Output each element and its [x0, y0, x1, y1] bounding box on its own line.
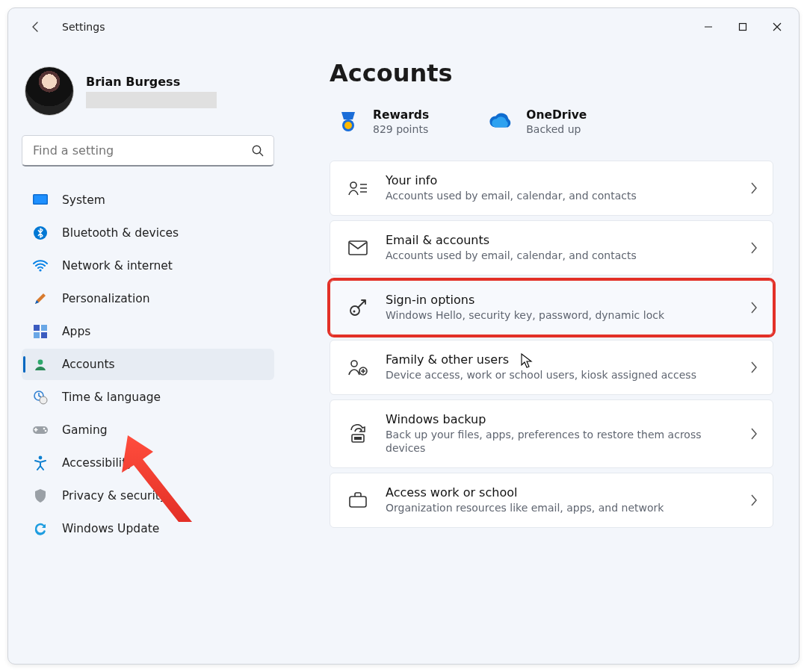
- sidebar: Brian Burgess System Bluetooth & devices: [8, 46, 285, 664]
- sidebar-item-label: Bluetooth & devices: [62, 226, 179, 240]
- card-title: Windows backup: [386, 412, 714, 426]
- back-button[interactable]: [23, 14, 49, 40]
- svg-point-16: [39, 456, 43, 460]
- card-windows-backup[interactable]: Windows backup Back up your files, apps,…: [330, 399, 773, 469]
- system-icon: [32, 192, 49, 208]
- nav-list: System Bluetooth & devices Network & int…: [22, 184, 274, 544]
- card-your-info[interactable]: Your info Accounts used by email, calend…: [330, 161, 773, 216]
- paintbrush-icon: [32, 290, 49, 307]
- sidebar-item-network[interactable]: Network & internet: [22, 250, 274, 281]
- globe-clock-icon: [32, 389, 49, 405]
- card-title: Family & other users: [386, 352, 696, 367]
- rewards-sub: 829 points: [373, 123, 429, 135]
- briefcase-icon: [347, 489, 369, 511]
- window-controls: [691, 12, 794, 42]
- sidebar-item-system[interactable]: System: [22, 184, 274, 216]
- user-name: Brian Burgess: [86, 75, 217, 89]
- chevron-right-icon: [750, 182, 758, 194]
- apps-icon: [32, 323, 49, 340]
- sidebar-item-label: Accessibility: [62, 456, 133, 470]
- chevron-right-icon: [750, 302, 758, 314]
- sidebar-item-gaming[interactable]: Gaming: [22, 414, 274, 446]
- backup-icon: [347, 423, 369, 445]
- page-title: Accounts: [330, 59, 773, 87]
- onedrive-icon: [489, 109, 514, 134]
- card-sign-in-options[interactable]: Sign-in options Windows Hello, security …: [330, 280, 773, 335]
- svg-point-23: [351, 361, 357, 367]
- card-sub: Back up your files, apps, preferences to…: [386, 428, 714, 456]
- your-info-icon: [347, 177, 369, 199]
- sidebar-item-label: Windows Update: [62, 522, 159, 535]
- search-box[interactable]: [22, 135, 274, 167]
- sidebar-item-label: Personalization: [62, 292, 150, 305]
- sidebar-item-windows-update[interactable]: Windows Update: [22, 513, 274, 544]
- svg-point-14: [43, 428, 46, 430]
- rewards-card[interactable]: Rewards 829 points: [336, 108, 429, 135]
- chevron-right-icon: [750, 361, 758, 373]
- sidebar-item-accounts[interactable]: Accounts: [22, 349, 274, 380]
- sidebar-item-label: Time & language: [62, 391, 161, 404]
- svg-point-10: [38, 360, 43, 365]
- card-sub: Device access, work or school users, kio…: [386, 368, 696, 382]
- user-email-redacted: [86, 92, 217, 108]
- card-title: Your info: [386, 173, 637, 187]
- maximize-button[interactable]: [726, 12, 760, 42]
- chevron-right-icon: [750, 494, 758, 506]
- onedrive-title: OneDrive: [526, 108, 587, 122]
- onedrive-card[interactable]: OneDrive Backed up: [489, 108, 587, 135]
- svg-rect-20: [349, 241, 367, 255]
- sidebar-item-label: Apps: [62, 325, 90, 338]
- avatar: [25, 66, 74, 116]
- svg-rect-9: [41, 332, 47, 338]
- key-icon: [347, 296, 369, 319]
- rewards-title: Rewards: [373, 108, 429, 122]
- svg-point-19: [350, 182, 356, 188]
- accessibility-icon: [32, 455, 49, 471]
- search-input[interactable]: [31, 143, 251, 158]
- svg-rect-7: [41, 325, 47, 331]
- user-card[interactable]: Brian Burgess: [25, 66, 274, 116]
- card-sub: Accounts used by email, calendar, and co…: [386, 249, 637, 263]
- sidebar-item-bluetooth[interactable]: Bluetooth & devices: [22, 217, 274, 249]
- card-sub: Accounts used by email, calendar, and co…: [386, 189, 637, 203]
- svg-point-12: [40, 396, 47, 404]
- rewards-icon: [336, 109, 361, 134]
- bluetooth-icon: [32, 225, 49, 241]
- sidebar-item-privacy[interactable]: Privacy & security: [22, 480, 274, 511]
- main-panel: Accounts Rewards 829 points: [285, 46, 799, 664]
- card-work-school[interactable]: Access work or school Organization resou…: [330, 473, 773, 528]
- svg-point-15: [45, 430, 47, 432]
- svg-rect-3: [34, 196, 47, 204]
- settings-cards: Your info Accounts used by email, calend…: [330, 161, 773, 528]
- svg-point-5: [39, 269, 41, 271]
- sidebar-item-label: Network & internet: [62, 259, 173, 273]
- close-button[interactable]: [760, 12, 794, 42]
- svg-point-22: [353, 310, 356, 312]
- card-sub: Windows Hello, security key, password, d…: [386, 308, 664, 323]
- search-icon: [251, 144, 265, 158]
- window-title: Settings: [62, 21, 105, 33]
- card-title: Access work or school: [386, 485, 664, 500]
- chevron-right-icon: [750, 242, 758, 254]
- svg-point-18: [344, 122, 352, 129]
- family-icon: [347, 356, 369, 379]
- sidebar-item-accessibility[interactable]: Accessibility: [22, 447, 274, 479]
- sidebar-item-personalization[interactable]: Personalization: [22, 283, 274, 314]
- card-title: Email & accounts: [386, 233, 637, 247]
- update-icon: [32, 520, 49, 537]
- card-email-accounts[interactable]: Email & accounts Accounts used by email,…: [330, 220, 773, 276]
- gamepad-icon: [32, 422, 49, 438]
- card-sub: Organization resources like email, apps,…: [386, 501, 664, 515]
- onedrive-sub: Backed up: [526, 123, 587, 135]
- sidebar-item-apps[interactable]: Apps: [22, 316, 274, 347]
- sidebar-item-label: System: [62, 193, 105, 207]
- svg-rect-27: [350, 497, 366, 507]
- card-title: Sign-in options: [386, 293, 664, 307]
- sidebar-item-time-language[interactable]: Time & language: [22, 382, 274, 413]
- sidebar-item-label: Gaming: [62, 423, 108, 437]
- email-icon: [347, 237, 369, 259]
- wifi-icon: [32, 258, 49, 274]
- card-family-users[interactable]: Family & other users Device access, work…: [330, 340, 773, 395]
- minimize-button[interactable]: [691, 12, 726, 42]
- shield-icon: [32, 488, 49, 504]
